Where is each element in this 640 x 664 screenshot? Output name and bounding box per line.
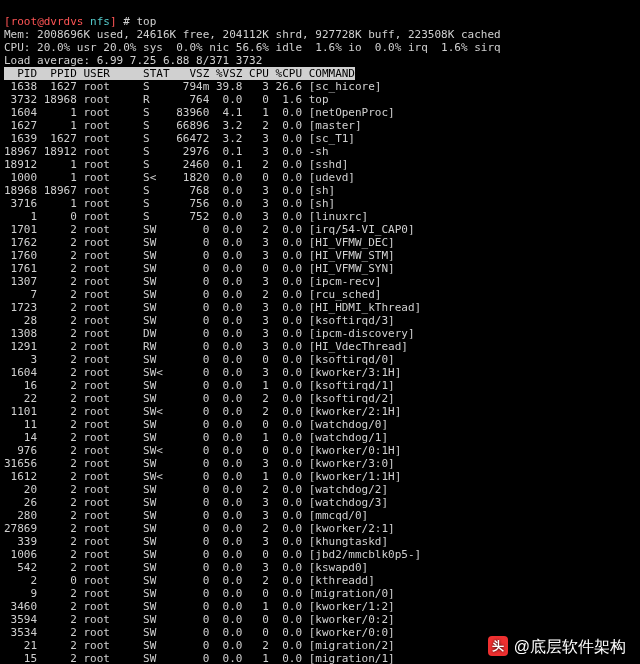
cpu-line: CPU: 20.0% usr 20.0% sys 0.0% nic 56.6% …: [4, 41, 501, 54]
prompt-user: root: [11, 15, 38, 28]
prompt: [root@dvrdvs nfs] # top: [4, 15, 156, 28]
terminal[interactable]: [root@dvrdvs nfs] # top Mem: 2008696K us…: [0, 0, 640, 664]
logo-icon: 头: [488, 636, 508, 656]
watermark-text: @底层软件架构: [514, 640, 626, 653]
prompt-hash: #: [117, 15, 137, 28]
prompt-at: @: [37, 15, 44, 28]
mem-line: Mem: 2008696K used, 24616K free, 204112K…: [4, 28, 501, 41]
process-list: 1638 1627 root S 794m 39.8 3 26.6 [sc_hi…: [4, 80, 636, 664]
prompt-close: ]: [110, 15, 117, 28]
prompt-cwd: nfs: [84, 15, 111, 28]
prompt-open: [: [4, 15, 11, 28]
column-header: PID PPID USER STAT VSZ %VSZ CPU %CPU COM…: [4, 67, 355, 80]
load-line: Load average: 6.99 7.25 6.88 8/371 3732: [4, 54, 262, 67]
prompt-cmd: top: [137, 15, 157, 28]
prompt-host: dvrdvs: [44, 15, 84, 28]
watermark: 头 @底层软件架构: [488, 636, 626, 656]
